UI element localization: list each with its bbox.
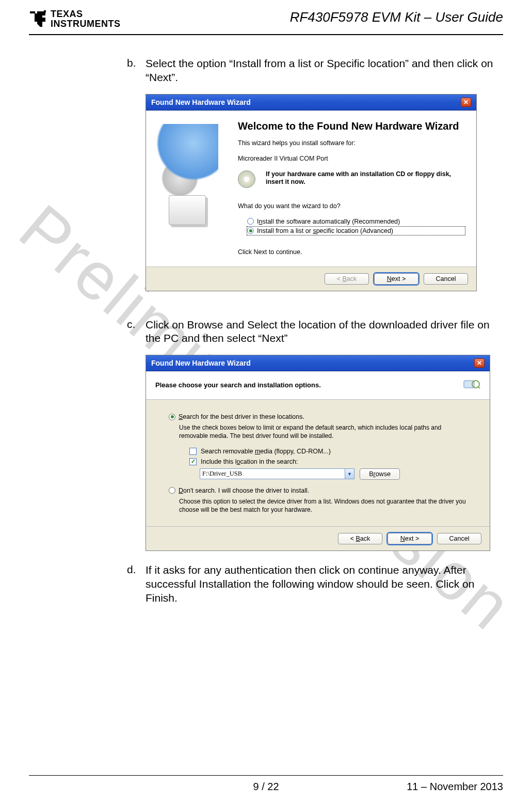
step-c-marker: c. xyxy=(127,318,146,346)
wizard2-dont-sub: Choose this option to select the device … xyxy=(179,497,467,514)
wizard1-side-graphic xyxy=(146,111,229,266)
step-d-marker: d. xyxy=(127,563,146,605)
ti-logo: TEXAS INSTRUMENTS xyxy=(29,9,121,29)
radio-icon xyxy=(169,414,175,420)
wizard1-question: What do you want the wizard to do? xyxy=(238,202,465,210)
wizard2-radio-dont[interactable]: Don't search. I will choose the driver t… xyxy=(169,487,467,494)
close-icon[interactable]: ✕ xyxy=(474,358,485,368)
wizard2-path-input[interactable] xyxy=(200,468,345,479)
logo-text-line1: TEXAS xyxy=(51,9,121,19)
radio-icon xyxy=(247,218,254,225)
page-footer: 9 / 22 11 – November 2013 xyxy=(29,775,503,793)
wizard2-opt-search-label: Search for the best driver in these loca… xyxy=(179,413,304,420)
wizard2-chk-removable[interactable]: Search removable media (floppy, CD-ROM..… xyxy=(189,448,467,455)
device-icon xyxy=(463,379,480,391)
wizard2-search-sub: Use the check boxes below to limit or ex… xyxy=(179,423,467,440)
step-c: c. Click on Browse and Select the locati… xyxy=(127,318,503,346)
svg-line-3 xyxy=(478,386,480,388)
wizard1-radio-auto[interactable]: Install the software automatically (Reco… xyxy=(247,218,465,225)
chevron-down-icon[interactable]: ▼ xyxy=(345,468,354,479)
svg-rect-0 xyxy=(44,10,46,12)
wizard2-titlebar: Found New Hardware Wizard ✕ xyxy=(146,355,490,371)
wizard1-dialog: Found New Hardware Wizard ✕ Welcome to t… xyxy=(146,94,477,291)
step-d: d. If it asks for any authentication the… xyxy=(127,563,503,605)
wizard2-chk-include-label: Include this location in the search: xyxy=(201,458,298,465)
wizard1-opt-auto-label: Install the software automatically (Reco… xyxy=(257,218,400,225)
wizard1-heading: Welcome to the Found New Hardware Wizard xyxy=(238,120,465,132)
step-b: b. Select the option “Install from a lis… xyxy=(127,57,503,85)
wizard2-cancel-button[interactable]: Cancel xyxy=(437,533,481,544)
wizard2-back-button[interactable]: < Back xyxy=(338,533,382,544)
wizard2-opt-dont-label: Don't search. I will choose the driver t… xyxy=(179,487,309,494)
wizard1-next-button[interactable]: Next > xyxy=(374,273,418,285)
radio-icon xyxy=(169,487,175,494)
footer-page: 9 / 22 xyxy=(29,781,503,793)
wizard2-radio-search[interactable]: Search for the best driver in these loca… xyxy=(169,413,467,420)
wizard1-radio-list[interactable]: Install from a list or specific location… xyxy=(247,227,465,235)
wizard1-titlebar: Found New Hardware Wizard ✕ xyxy=(146,95,476,111)
checkbox-icon xyxy=(189,448,197,455)
ti-logo-mark xyxy=(29,9,49,28)
step-d-text: If it asks for any authentication then c… xyxy=(146,563,503,605)
wizard2-path-combo[interactable]: ▼ xyxy=(200,468,354,479)
wizard2-chk-include[interactable]: ✓ Include this location in the search: xyxy=(189,458,467,465)
page-header: TEXAS INSTRUMENTS RF430F5978 EVM Kit – U… xyxy=(29,9,503,35)
wizard1-device: Microreader II Virtual COM Port xyxy=(238,155,465,162)
wizard2-title: Found New Hardware Wizard xyxy=(151,359,251,367)
wizard1-back-button: < Back xyxy=(325,273,369,285)
wizard1-cd-prompt: If your hardware came with an installati… xyxy=(266,170,465,186)
step-c-text: Click on Browse and Select the location … xyxy=(146,318,503,346)
radio-icon xyxy=(247,227,254,234)
wizard2-next-button[interactable]: Next > xyxy=(388,533,432,544)
step-b-text: Select the option “Install from a list o… xyxy=(146,57,503,85)
cd-icon xyxy=(238,170,259,191)
logo-text-line2: INSTRUMENTS xyxy=(51,19,121,29)
wizard1-continue: Click Next to continue. xyxy=(238,248,465,256)
wizard1-title: Found New Hardware Wizard xyxy=(151,98,251,106)
step-b-marker: b. xyxy=(127,57,146,85)
wizard2-heading: Please choose your search and installati… xyxy=(155,381,321,389)
wizard1-cancel-button[interactable]: Cancel xyxy=(424,273,468,285)
wizard2-chk-removable-label: Search removable media (floppy, CD-ROM..… xyxy=(201,448,331,455)
document-title: RF430F5978 EVM Kit – User Guide xyxy=(290,9,503,25)
checkbox-icon: ✓ xyxy=(189,458,197,465)
close-icon[interactable]: ✕ xyxy=(461,98,471,107)
wizard2-browse-button[interactable]: Browse xyxy=(360,468,400,480)
wizard2-dialog: Found New Hardware Wizard ✕ Please choos… xyxy=(146,355,490,551)
wizard1-opt-list-label: Install from a list or specific location… xyxy=(257,227,393,234)
wizard1-intro: This wizard helps you install software f… xyxy=(238,139,465,147)
